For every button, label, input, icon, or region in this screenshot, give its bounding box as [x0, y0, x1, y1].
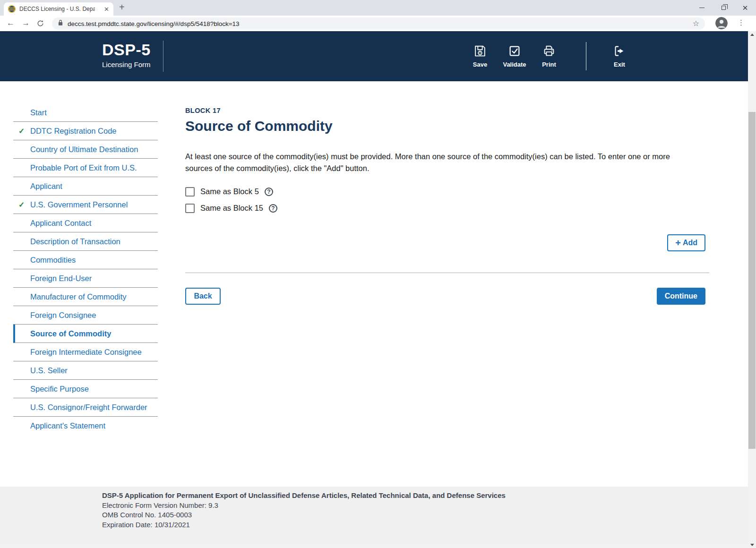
sidebar-item[interactable]: Description of Transaction	[13, 232, 158, 251]
completed-check-icon	[18, 200, 25, 209]
form-code: DSP-5	[102, 41, 151, 59]
print-button[interactable]: Print	[533, 44, 565, 68]
sidebar-item[interactable]: Foreign Intermediate Consignee	[13, 343, 158, 361]
tab-title: DECCS Licensing - U.S. Departme	[19, 6, 95, 12]
sidebar-item[interactable]: Foreign End-User	[13, 269, 158, 288]
close-button[interactable]: ✕	[734, 0, 756, 16]
sidebar-item-label: Foreign Consignee	[30, 311, 96, 320]
browser-menu-icon[interactable]: ⋮	[738, 18, 745, 27]
sidebar-item-label: Start	[30, 108, 47, 117]
back-button[interactable]: Back	[185, 288, 221, 305]
sidebar-item[interactable]: DDTC Registration Code	[13, 122, 158, 140]
new-tab-icon[interactable]: +	[119, 2, 125, 13]
bookmark-star-icon[interactable]: ☆	[693, 20, 699, 27]
checkbox-row: Same as Block 15	[185, 203, 277, 213]
sidebar-item-label: Commodities	[30, 256, 76, 265]
header-divider	[163, 41, 163, 72]
sidebar-item-label: U.S. Government Personnel	[30, 200, 128, 209]
sidebar-item-label: Probable Port of Exit from U.S.	[30, 163, 137, 172]
sidebar-item[interactable]: Manufacturer of Commodity	[13, 288, 158, 306]
vertical-scrollbar[interactable]	[748, 31, 756, 548]
checkbox-label: Same as Block 5	[200, 187, 259, 196]
sidebar-item-label: U.S. Seller	[30, 366, 68, 375]
close-icon: ✕	[742, 4, 748, 11]
browser-toolbar: ← → deccs.test.pmddtc.state.gov/licensin…	[0, 16, 756, 31]
save-button[interactable]: Save	[464, 44, 496, 68]
save-icon	[473, 44, 487, 58]
footer-omb: OMB Control No. 1405-0003	[102, 510, 506, 520]
sidebar-item-label: Applicant's Statement	[30, 421, 105, 430]
sidebar-item[interactable]: Country of Ultimate Destination	[13, 140, 158, 159]
form-brand: DSP-5 Licensing Form	[102, 41, 151, 68]
restore-button[interactable]	[713, 0, 734, 16]
sidebar-item[interactable]: Applicant	[13, 177, 158, 196]
sidebar-item[interactable]: Probable Port of Exit from U.S.	[13, 159, 158, 177]
window-controls: ✕	[691, 0, 756, 16]
checkbox[interactable]	[185, 204, 195, 213]
add-button-label: Add	[683, 239, 697, 247]
section-divider	[185, 273, 709, 273]
sidebar-item-label: Description of Transaction	[30, 237, 120, 246]
validate-icon	[507, 44, 522, 58]
forward-arrow-icon[interactable]: →	[22, 18, 30, 28]
app-header: DSP-5 Licensing Form Save Validate Print…	[0, 31, 748, 81]
exit-label: Exit	[604, 61, 635, 68]
sidebar-item[interactable]: Specific Purpose	[13, 380, 158, 398]
url-text: deccs.test.pmddtc.state.gov/licensing/#/…	[68, 20, 240, 27]
help-icon[interactable]	[269, 204, 277, 213]
sidebar-item[interactable]: U.S. Government Personnel	[13, 196, 158, 214]
profile-avatar[interactable]	[715, 17, 728, 29]
sidebar-item[interactable]: Source of Commodity	[13, 325, 158, 343]
footer-version: Electronic Form Version Number: 9.3	[102, 501, 506, 511]
sidebar-item-label: DDTC Registration Code	[30, 127, 116, 136]
checkbox[interactable]	[185, 187, 195, 197]
sidebar-item[interactable]: Applicant's Statement	[13, 417, 158, 435]
sidebar-item[interactable]: Start	[13, 103, 158, 122]
address-bar[interactable]: deccs.test.pmddtc.state.gov/licensing/#/…	[52, 17, 705, 30]
scroll-down-icon[interactable]	[748, 541, 756, 548]
sidebar-item[interactable]: Foreign Consignee	[13, 306, 158, 325]
header-action-divider	[586, 42, 586, 70]
horizontal-scrollbar[interactable]	[0, 541, 748, 548]
scroll-up-icon[interactable]	[748, 31, 756, 38]
footer-form-title: DSP-5 Application for Permanent Export o…	[102, 491, 506, 501]
footer-expiration: Expiration Date: 10/31/2021	[102, 520, 506, 530]
sidebar-item-label: Foreign Intermediate Consignee	[30, 348, 142, 357]
sidebar-item-label: Applicant Contact	[30, 219, 91, 228]
minimize-icon	[699, 8, 704, 8]
plus-icon	[675, 238, 681, 248]
restore-icon	[722, 6, 726, 10]
lock-icon	[58, 19, 63, 28]
back-arrow-icon[interactable]: ←	[7, 18, 15, 28]
main-content: BLOCK 17 Source of Commodity At least on…	[185, 81, 709, 346]
minimize-button[interactable]	[691, 0, 713, 16]
block-label: BLOCK 17	[185, 107, 221, 114]
exit-icon	[612, 44, 627, 58]
sidebar-item[interactable]: U.S. Seller	[13, 361, 158, 380]
validate-button[interactable]: Validate	[499, 44, 530, 68]
sidebar-item-label: Country of Ultimate Destination	[30, 145, 138, 154]
print-label: Print	[533, 61, 565, 68]
tab-close-icon[interactable]: ✕	[104, 6, 109, 12]
add-button[interactable]: Add	[667, 234, 705, 251]
sidebar-item[interactable]: Applicant Contact	[13, 214, 158, 232]
validate-label: Validate	[499, 61, 530, 68]
sidebar-item[interactable]: U.S. Consignor/Freight Forwarder	[13, 398, 158, 417]
site-favicon	[8, 5, 16, 13]
help-icon[interactable]	[265, 188, 273, 196]
sidebar-item-label: Source of Commodity	[30, 329, 111, 338]
save-label: Save	[464, 61, 496, 68]
page-footer: DSP-5 Application for Permanent Export o…	[0, 487, 748, 541]
form-subtitle: Licensing Form	[102, 60, 151, 68]
exit-button[interactable]: Exit	[604, 44, 635, 68]
sidebar-item-label: Applicant	[30, 182, 62, 191]
browser-tab[interactable]: DECCS Licensing - U.S. Departme ✕	[4, 2, 113, 16]
reload-icon[interactable]	[36, 19, 44, 29]
sidebar-item-label: Specific Purpose	[30, 385, 89, 394]
sidebar-item-label: Manufacturer of Commodity	[30, 292, 127, 301]
checkbox-label: Same as Block 15	[200, 204, 263, 213]
continue-button[interactable]: Continue	[657, 288, 705, 305]
sidebar-item[interactable]: Commodities	[13, 251, 158, 269]
scrollbar-thumb[interactable]	[748, 112, 756, 449]
print-icon	[542, 44, 556, 58]
